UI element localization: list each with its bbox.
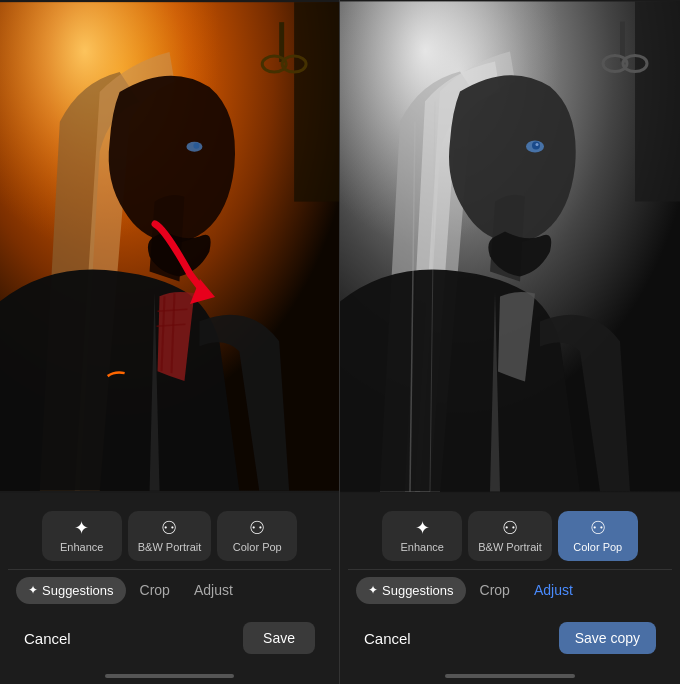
left-panel: ✦ Enhance ⚇ B&W Portrait ⚇ Color Pop ✦ S… xyxy=(0,0,340,684)
save-copy-btn-right[interactable]: Save copy xyxy=(559,622,656,654)
cancel-btn-left[interactable]: Cancel xyxy=(24,624,71,653)
bw-label-right: B&W Portrait xyxy=(478,541,542,553)
color-pop-label-left: Color Pop xyxy=(233,541,282,553)
bw-label-left: B&W Portrait xyxy=(138,541,202,553)
crop-label-right: Crop xyxy=(480,582,510,598)
enhance-btn-right[interactable]: ✦ Enhance xyxy=(382,511,462,561)
adjust-label-left: Adjust xyxy=(194,582,233,598)
bw-icon-left: ⚇ xyxy=(161,519,177,537)
home-indicator-right xyxy=(445,674,575,678)
svg-rect-16 xyxy=(635,2,680,202)
suggestions-tab-right[interactable]: ✦ Suggestions xyxy=(356,577,466,604)
svg-rect-2 xyxy=(294,2,339,201)
adjust-tab-right[interactable]: Adjust xyxy=(524,576,583,604)
left-photo xyxy=(0,0,339,493)
save-btn-left[interactable]: Save xyxy=(243,622,315,654)
cancel-btn-right[interactable]: Cancel xyxy=(364,624,411,653)
adjust-label-right: Adjust xyxy=(534,582,573,598)
bw-portrait-btn-right[interactable]: ⚇ B&W Portrait xyxy=(468,511,552,561)
svg-point-22 xyxy=(536,143,539,146)
suggestions-tab-left[interactable]: ✦ Suggestions xyxy=(16,577,126,604)
suggestions-label-left: Suggestions xyxy=(42,583,114,598)
star-icon-left: ✦ xyxy=(28,583,38,597)
star-icon-right: ✦ xyxy=(368,583,378,597)
suggestions-label-right: Suggestions xyxy=(382,583,454,598)
crop-label-left: Crop xyxy=(140,582,170,598)
right-photo-area xyxy=(340,0,680,493)
right-panel: ✦ Enhance ⚇ B&W Portrait ⚇ Color Pop ✦ S… xyxy=(340,0,680,684)
left-filter-row: ✦ Enhance ⚇ B&W Portrait ⚇ Color Pop xyxy=(8,503,331,569)
left-photo-area xyxy=(0,0,339,493)
right-photo xyxy=(340,0,680,493)
svg-point-7 xyxy=(193,143,199,149)
left-action-row: Cancel Save xyxy=(8,612,331,674)
bw-icon-right: ⚇ xyxy=(502,519,518,537)
crop-tab-left[interactable]: Crop xyxy=(130,576,180,604)
right-action-row: Cancel Save copy xyxy=(348,612,672,674)
right-filter-row: ✦ Enhance ⚇ B&W Portrait ⚇ Color Pop xyxy=(348,503,672,569)
enhance-icon-left: ✦ xyxy=(74,519,89,537)
color-pop-label-right: Color Pop xyxy=(573,541,622,553)
left-bottom-controls: ✦ Enhance ⚇ B&W Portrait ⚇ Color Pop ✦ S… xyxy=(0,493,339,684)
color-pop-icon-right: ⚇ xyxy=(590,519,606,537)
enhance-label-right: Enhance xyxy=(400,541,443,553)
color-pop-icon-left: ⚇ xyxy=(249,519,265,537)
enhance-icon-right: ✦ xyxy=(415,519,430,537)
home-indicator-left xyxy=(105,674,234,678)
color-pop-btn-right[interactable]: ⚇ Color Pop xyxy=(558,511,638,561)
color-pop-btn-left[interactable]: ⚇ Color Pop xyxy=(217,511,297,561)
left-tab-row: ✦ Suggestions Crop Adjust xyxy=(8,570,331,612)
adjust-tab-left[interactable]: Adjust xyxy=(184,576,243,604)
enhance-label-left: Enhance xyxy=(60,541,103,553)
right-tab-row: ✦ Suggestions Crop Adjust xyxy=(348,570,672,612)
crop-tab-right[interactable]: Crop xyxy=(470,576,520,604)
enhance-btn-left[interactable]: ✦ Enhance xyxy=(42,511,122,561)
right-bottom-controls: ✦ Enhance ⚇ B&W Portrait ⚇ Color Pop ✦ S… xyxy=(340,493,680,684)
bw-portrait-btn-left[interactable]: ⚇ B&W Portrait xyxy=(128,511,212,561)
